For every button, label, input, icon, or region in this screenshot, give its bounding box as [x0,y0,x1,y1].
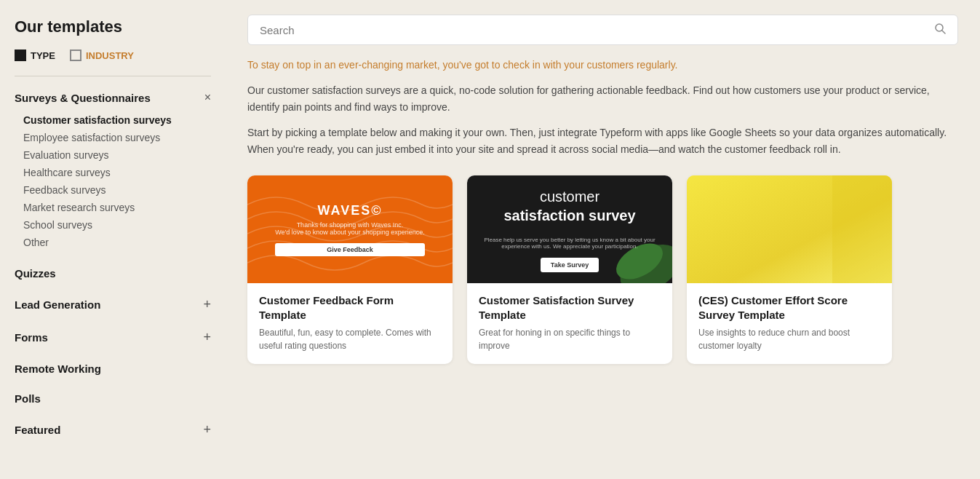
card1-desc: Beautiful, fun, easy to complete. Comes … [259,326,441,352]
section-lead-header[interactable]: Lead Generation + [15,290,211,320]
section-remote-header[interactable]: Remote Working [15,355,211,382]
section-quizzes-label: Quizzes [15,267,56,280]
section-featured: Featured + [15,415,211,445]
search-bar-wrapper [226,0,980,57]
dark-card-btn[interactable]: Take Survey [541,258,599,272]
section-featured-expand-icon[interactable]: + [203,422,211,438]
description-block: To stay on top in an ever-changing marke… [247,57,958,158]
survey-title-line1: customer [540,189,599,205]
sidebar-item-customer[interactable]: Customer satisfaction surveys [20,111,211,129]
cards-grid: WAVES© Thanks for shopping with Waves In… [247,175,958,364]
card2-title: Customer Satisfaction Survey Template [479,293,661,322]
waves-logo: WAVES© [275,203,425,218]
description-p2: Our customer satisfaction surveys are a … [247,82,958,116]
description-p3: Start by picking a template below and ma… [247,124,958,158]
card1-inner: WAVES© Thanks for shopping with Waves In… [275,203,425,256]
section-remote-label: Remote Working [15,363,101,375]
waves-btn[interactable]: Give Feedback [275,243,425,256]
sidebar-item-market[interactable]: Market research surveys [20,199,211,216]
main-content: To stay on top in an ever-changing marke… [226,0,980,479]
sidebar-item-other[interactable]: Other [20,234,211,251]
filter-type[interactable]: TYPE [15,50,55,61]
card-satisfaction-survey[interactable]: customer satisfaction survey Please help… [467,175,672,364]
dark-card-title: customer satisfaction survey [474,187,665,225]
section-surveys-close-icon[interactable]: × [204,91,211,104]
svg-rect-5 [832,175,892,283]
section-featured-header[interactable]: Featured + [15,415,211,445]
sidebar-item-employee[interactable]: Employee satisfaction surveys [20,129,211,146]
card3-body: (CES) Customer Effort Score Survey Templ… [687,283,892,364]
section-surveys: Surveys & Questionnaires × Customer sati… [15,84,211,257]
section-forms: Forms + [15,322,211,352]
search-bar [247,15,958,45]
sidebar-item-feedback[interactable]: Feedback surveys [20,181,211,199]
section-quizzes-header[interactable]: Quizzes [15,260,211,287]
sidebar-item-school[interactable]: School surveys [20,216,211,234]
section-featured-label: Featured [15,424,60,436]
card-effort-score[interactable]: (CES) Customer Effort Score Survey Templ… [687,175,892,364]
card3-desc: Use insights to reduce churn and boost c… [698,326,880,352]
description-highlight: To stay on top in an ever-changing marke… [247,59,677,71]
card3-image [687,175,892,283]
svg-line-1 [942,31,945,33]
section-forms-label: Forms [15,331,48,344]
survey-title-line2: satisfaction survey [503,207,635,223]
filter-industry[interactable]: INDUSTRY [70,50,134,61]
type-label: TYPE [31,50,55,61]
filter-row: TYPE INDUSTRY [15,50,211,61]
section-forms-expand-icon[interactable]: + [203,330,211,345]
card1-image: WAVES© Thanks for shopping with Waves In… [247,175,453,283]
section-surveys-label: Surveys & Questionnaires [15,92,151,104]
section-surveys-header[interactable]: Surveys & Questionnaires × [15,84,211,111]
section-polls-label: Polls [15,392,41,405]
section-lead-expand-icon[interactable]: + [203,297,211,312]
section-remote: Remote Working [15,355,211,382]
page-title: Our templates [15,17,211,36]
card1-body: Customer Feedback Form Template Beautifu… [247,283,453,364]
sidebar-item-healthcare[interactable]: Healthcare surveys [20,164,211,181]
section-forms-header[interactable]: Forms + [15,322,211,352]
industry-label: INDUSTRY [86,50,134,61]
content-area: To stay on top in an ever-changing marke… [226,57,980,479]
section-quizzes: Quizzes [15,260,211,287]
dark-card-sub: Please help us serve you better by letti… [474,237,665,250]
card2-body: Customer Satisfaction Survey Template Gr… [467,283,672,364]
industry-checkbox[interactable] [70,50,81,61]
section-polls-header[interactable]: Polls [15,385,211,412]
description-p1: To stay on top in an ever-changing marke… [247,57,958,74]
card2-inner: customer satisfaction survey Please help… [467,180,672,280]
section-lead: Lead Generation + [15,290,211,320]
search-icon [934,23,946,37]
waves-subtitle: Thanks for shopping with Waves Inc.We'd … [275,221,425,236]
card3-title: (CES) Customer Effort Score Survey Templ… [698,293,880,322]
search-input[interactable] [260,24,928,36]
surveys-subitems: Customer satisfaction surveys Employee s… [15,111,211,257]
sidebar-item-evaluation[interactable]: Evaluation surveys [20,146,211,164]
sidebar-divider [15,76,211,76]
card-customer-feedback[interactable]: WAVES© Thanks for shopping with Waves In… [247,175,453,364]
section-polls: Polls [15,385,211,412]
card2-desc: Great for honing in on specific things t… [479,326,661,352]
type-checkbox[interactable] [15,50,26,61]
card1-title: Customer Feedback Form Template [259,293,441,322]
sidebar: Our templates TYPE INDUSTRY Surveys & Qu… [0,0,226,479]
section-lead-label: Lead Generation [15,298,100,311]
card2-image: customer satisfaction survey Please help… [467,175,672,283]
yellow-graphic [687,175,892,283]
